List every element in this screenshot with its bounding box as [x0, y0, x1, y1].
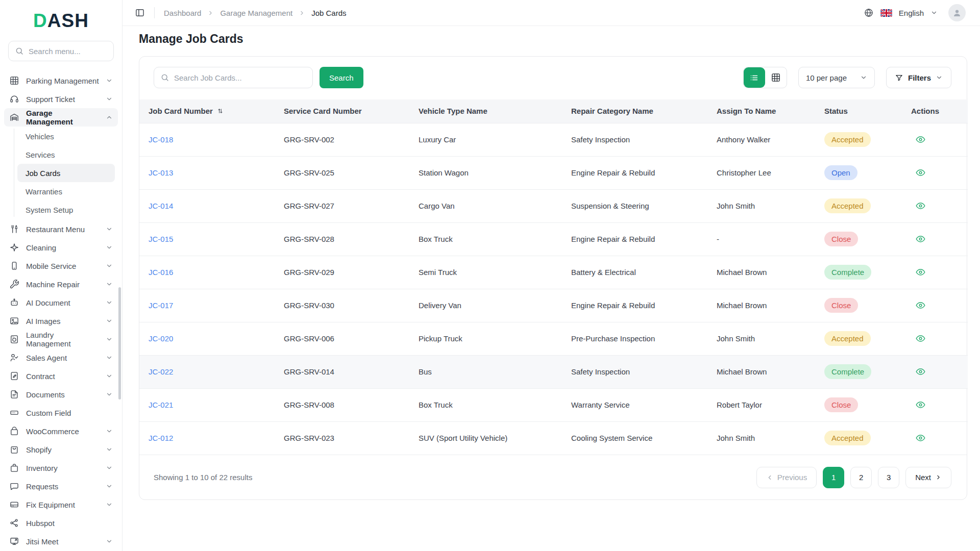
sidebar-item-ai-document[interactable]: AI Document: [4, 293, 118, 312]
filters-button[interactable]: Filters: [886, 67, 951, 88]
brand-logo-accent: D: [33, 10, 47, 31]
job-card-link[interactable]: JC-015: [149, 235, 173, 243]
page-button-2[interactable]: 2: [850, 467, 872, 488]
share-icon: [9, 518, 19, 528]
view-action-button[interactable]: [911, 366, 926, 377]
sidebar-item-restaurant-menu[interactable]: Restaurant Menu: [4, 220, 118, 238]
status-badge: Accepted: [824, 132, 871, 147]
sidebar-item-garage-management[interactable]: Garage Management: [4, 108, 118, 127]
eye-icon: [915, 333, 926, 344]
service-card-number: GRG-SRV-006: [284, 334, 334, 343]
results-summary: Showing 1 to 10 of 22 results: [154, 473, 252, 482]
sidebar-item-cleaning[interactable]: Cleaning: [4, 238, 118, 257]
vehicle-type-name: Luxury Car: [419, 135, 456, 144]
view-action-button[interactable]: [911, 201, 926, 211]
sidebar-search-input[interactable]: [29, 47, 107, 56]
service-card-number: GRG-SRV-028: [284, 235, 334, 243]
job-card-link[interactable]: JC-013: [149, 168, 173, 177]
sidebar-item-support-ticket[interactable]: Support Ticket: [4, 90, 118, 108]
sidebar-item-parking-management[interactable]: Parking Management: [4, 71, 118, 90]
sidebar-item-inventory[interactable]: Inventory: [4, 459, 118, 477]
sidebar-toggle-icon[interactable]: [135, 8, 145, 18]
view-action-button[interactable]: [911, 134, 926, 145]
job-card-link[interactable]: JC-017: [149, 301, 173, 310]
view-action-button[interactable]: [911, 433, 926, 443]
sidebar-subitem-job-cards[interactable]: Job Cards: [17, 164, 115, 182]
job-card-link[interactable]: JC-016: [149, 268, 173, 277]
per-page-select[interactable]: 10 per page: [798, 67, 875, 88]
sidebar-item-label: AI Document: [26, 298, 70, 307]
view-action-button[interactable]: [911, 234, 926, 244]
list-view-button[interactable]: [744, 67, 765, 88]
breadcrumb-dashboard[interactable]: Dashboard: [164, 9, 201, 17]
language-selector[interactable]: English: [899, 9, 924, 17]
sidebar-subitem-system-setup[interactable]: System Setup: [17, 201, 115, 219]
page-button-3[interactable]: 3: [878, 467, 899, 488]
grid-icon: [771, 72, 781, 83]
table-row-jc-016: JC-016GRG-SRV-029Semi TruckBattery & Ele…: [139, 256, 968, 289]
table-row-jc-012: JC-012GRG-SRV-023SUV (Sport Utility Vehi…: [139, 421, 968, 455]
sidebar-item-label: WooCommerce: [26, 427, 79, 436]
view-action-button[interactable]: [911, 399, 926, 410]
view-action-button[interactable]: [911, 333, 926, 344]
sidebar-item-machine-repair[interactable]: Machine Repair: [4, 275, 118, 293]
job-card-link[interactable]: JC-018: [149, 135, 173, 144]
repair-category-name: Pre-Purchase Inspection: [571, 334, 655, 343]
previous-page-button[interactable]: Previous: [756, 467, 817, 488]
image-icon: [9, 316, 19, 326]
assign-to-name: Michael Brown: [717, 268, 767, 277]
job-card-link[interactable]: JC-012: [149, 434, 173, 442]
sidebar-item-laundry-management[interactable]: Laundry Management: [4, 330, 118, 348]
sidebar-scrollbar[interactable]: [118, 287, 121, 399]
chevron-down-icon: [106, 281, 113, 288]
sidebar-subitem-vehicles[interactable]: Vehicles: [17, 127, 115, 145]
sidebar-item-contract[interactable]: Contract: [4, 367, 118, 385]
sidebar-item-ai-images[interactable]: AI Images: [4, 312, 118, 330]
breadcrumb-job-cards: Job Cards: [311, 9, 346, 17]
user-avatar[interactable]: [948, 4, 966, 21]
sidebar-item-mobile-service[interactable]: Mobile Service: [4, 257, 118, 275]
chevron-down-icon: [106, 446, 113, 453]
view-action-button[interactable]: [911, 300, 926, 311]
sidebar-subitem-warranties[interactable]: Warranties: [17, 182, 115, 201]
sidebar-item-custom-field[interactable]: Custom Field: [4, 404, 118, 422]
chevron-down-icon[interactable]: [930, 9, 938, 16]
eye-icon: [915, 167, 926, 178]
doc-icon: [9, 389, 19, 399]
column-header-job-card-number[interactable]: Job Card Number: [139, 99, 284, 123]
view-action-button[interactable]: [911, 167, 926, 178]
sidebar-item-label: Restaurant Menu: [26, 225, 85, 234]
shop-bag-icon: [9, 444, 19, 455]
sidebar-item-hubspot[interactable]: Hubspot: [4, 514, 118, 532]
sidebar-item-fix-equipment[interactable]: Fix Equipment: [4, 495, 118, 514]
page-button-1[interactable]: 1: [823, 467, 844, 488]
job-card-link[interactable]: JC-014: [149, 202, 173, 210]
repair-category-name: Warranty Service: [571, 400, 629, 409]
globe-icon[interactable]: [864, 8, 874, 18]
chevron-down-icon: [106, 464, 113, 471]
chevron-down-icon: [106, 77, 113, 84]
job-cards-search-input[interactable]: [174, 73, 306, 82]
job-card-link[interactable]: JC-021: [149, 400, 173, 409]
sidebar-item-shopify[interactable]: Shopify: [4, 440, 118, 459]
view-action-button[interactable]: [911, 267, 926, 278]
next-page-button[interactable]: Next: [905, 467, 951, 488]
grid-view-button[interactable]: [765, 67, 787, 88]
sidebar-subitem-services[interactable]: Services: [17, 145, 115, 164]
job-cards-table: Job Card NumberService Card NumberVehicl…: [139, 99, 968, 455]
sidebar-item-requests[interactable]: Requests: [4, 477, 118, 495]
job-card-link[interactable]: JC-022: [149, 367, 173, 376]
sidebar-item-woocommerce[interactable]: WooCommerce: [4, 422, 118, 440]
sidebar-item-jitsi-meet[interactable]: Jitsi Meet: [4, 532, 118, 550]
repair-category-name: Safety Inspection: [571, 367, 630, 376]
status-badge: Accepted: [824, 331, 871, 346]
sidebar-item-sales-agent[interactable]: Sales Agent: [4, 348, 118, 367]
sidebar-submenu-garage-management: VehiclesServicesJob CardsWarrantiesSyste…: [4, 127, 118, 220]
assign-to-name: John Smith: [717, 334, 755, 343]
chevron-down-icon: [106, 354, 113, 361]
breadcrumb-garage-management[interactable]: Garage Management: [220, 9, 292, 17]
sidebar-item-documents[interactable]: Documents: [4, 385, 118, 404]
search-button[interactable]: Search: [320, 67, 363, 88]
job-card-link[interactable]: JC-020: [149, 334, 173, 343]
sort-icon[interactable]: [216, 107, 224, 115]
